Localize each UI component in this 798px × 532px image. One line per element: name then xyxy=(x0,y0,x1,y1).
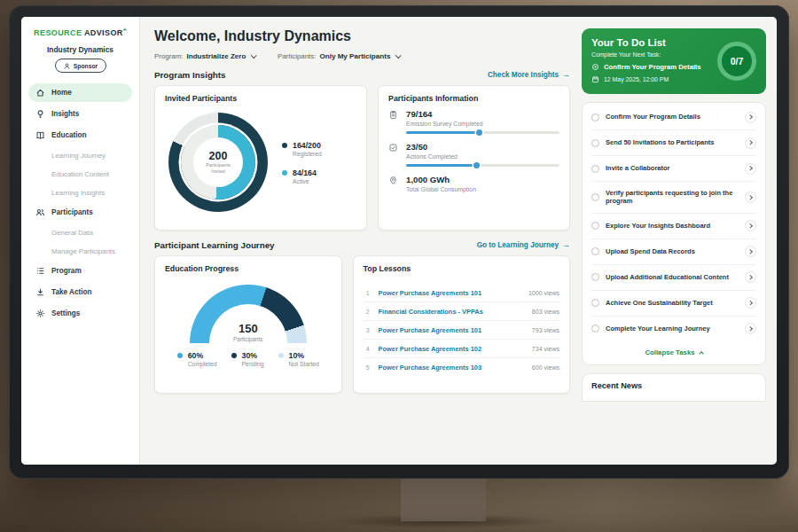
sidebar-item-general-data[interactable]: General Data xyxy=(28,224,132,241)
lesson-row: 1 Power Purchase Agreements 101 1000 vie… xyxy=(364,284,559,302)
stat-label: Total Global Consumption xyxy=(406,186,559,192)
lesson-views: 734 views xyxy=(532,346,559,352)
sponsor-badge-label: Sponsor xyxy=(74,63,98,69)
chevron-right-icon[interactable] xyxy=(745,220,756,231)
task-item[interactable]: Complete Your Learning Journey xyxy=(591,317,756,341)
sidebar-item-education-content[interactable]: Education Content xyxy=(28,166,132,183)
lesson-link[interactable]: Power Purchase Agreements 103 xyxy=(379,364,526,372)
lesson-row: 3 Power Purchase Agreements 101 793 view… xyxy=(364,321,559,340)
todo-datetime-label: 12 May 2025, 12:00 PM xyxy=(604,76,669,82)
task-checkbox[interactable] xyxy=(591,273,599,281)
lesson-link[interactable]: Power Purchase Agreements 101 xyxy=(379,326,526,334)
participants-filter[interactable]: Participants: Only My Participants xyxy=(278,52,401,60)
arrow-right-icon: → xyxy=(562,71,570,79)
recent-news-header[interactable]: Recent News xyxy=(582,373,766,402)
chevron-right-icon[interactable] xyxy=(745,271,756,283)
education-gauge-chart: 150 Participants xyxy=(190,285,307,343)
task-checkbox[interactable] xyxy=(591,113,599,121)
book-icon xyxy=(35,130,45,140)
main-column: Welcome, Industry Dynamics Program: Indu… xyxy=(140,17,582,465)
legend-label: Pending xyxy=(242,361,264,367)
filter-bar: Program: Industrialize Zero Participants… xyxy=(154,52,570,60)
sponsor-badge[interactable]: Sponsor xyxy=(55,59,106,73)
task-label: Send 50 Invitations to Participants xyxy=(606,138,739,147)
learning-cards-row: Education Progress 150 Participants xyxy=(154,255,570,394)
participants-filter-label: Participants: xyxy=(278,52,316,60)
sidebar-item-manage-participants[interactable]: Manage Participants xyxy=(28,243,132,260)
logo-plus: + xyxy=(123,27,127,33)
gauge-legend: 60% Completed 30% Pending xyxy=(165,351,332,367)
chevron-right-icon[interactable] xyxy=(745,192,756,203)
legend-value: 30% xyxy=(242,351,258,360)
monitor-bezel: RESOURCE ADVISOR+ Industry Dynamics Spon… xyxy=(9,5,789,479)
sidebar-item-label: Learning Journey xyxy=(51,152,106,160)
sidebar-item-learning-journey[interactable]: Learning Journey xyxy=(28,147,132,164)
chevron-right-icon[interactable] xyxy=(745,297,756,309)
progress-fill xyxy=(406,164,477,168)
sidebar-item-participants[interactable]: Participants xyxy=(28,203,132,222)
task-item[interactable]: Upload Additional Educational Content xyxy=(591,265,756,291)
stat-label: Actions Completed xyxy=(406,153,559,160)
sidebar-item-program[interactable]: Program xyxy=(28,262,132,280)
invited-chart-body: 200 Participants Invited 164/200 xyxy=(165,109,356,212)
go-to-learning-journey-link[interactable]: Go to Learning Journey → xyxy=(477,241,570,249)
todo-progress-ring: 0/7 xyxy=(717,42,756,81)
sidebar-item-home[interactable]: Home xyxy=(28,83,132,102)
chevron-down-icon xyxy=(396,52,402,58)
app-logo: RESOURCE ADVISOR+ xyxy=(28,27,132,37)
task-label: Complete Your Learning Journey xyxy=(606,325,739,333)
task-checkbox[interactable] xyxy=(591,165,599,173)
lesson-row: 2 Financial Considerations - VPPAs 803 v… xyxy=(364,302,559,321)
sidebar-item-take-action[interactable]: Take Action xyxy=(28,283,132,301)
chevron-right-icon[interactable] xyxy=(745,112,756,123)
invited-participants-card: Invited Participants 200 Participants In… xyxy=(154,85,367,231)
task-item[interactable]: Send 50 Invitations to Participants xyxy=(591,130,756,156)
sidebar-item-label: Education Content xyxy=(51,170,109,178)
task-checkbox[interactable] xyxy=(591,222,599,230)
download-arrow-icon xyxy=(35,287,45,297)
chevron-right-icon[interactable] xyxy=(745,323,756,334)
people-icon xyxy=(35,207,45,217)
task-checkbox[interactable] xyxy=(591,247,599,255)
stat-emission-survey: 79/164 Emission Survey Completed xyxy=(388,109,559,134)
task-item[interactable]: Verify participants requesting to join t… xyxy=(591,182,756,214)
sidebar-item-learning-insights[interactable]: Learning Insights xyxy=(28,184,132,201)
lesson-link[interactable]: Power Purchase Agreements 101 xyxy=(379,289,522,297)
lesson-rank: 2 xyxy=(364,309,372,315)
task-item[interactable]: Invite a Collaborator xyxy=(591,156,756,182)
task-checkbox[interactable] xyxy=(591,325,599,332)
target-icon xyxy=(591,63,599,71)
task-item[interactable]: Upload Spend Data Records xyxy=(591,239,756,265)
lesson-rank: 5 xyxy=(364,364,372,371)
task-checkbox[interactable] xyxy=(591,139,599,147)
task-checkbox[interactable] xyxy=(591,193,599,201)
task-item[interactable]: Confirm Your Program Details xyxy=(591,105,756,130)
home-icon xyxy=(35,88,45,98)
chevron-right-icon[interactable] xyxy=(745,137,756,149)
sidebar-item-insights[interactable]: Insights xyxy=(28,105,132,123)
card-title: Invited Participants xyxy=(165,94,356,103)
check-more-insights-link[interactable]: Check More Insights → xyxy=(488,71,570,79)
chevron-right-icon[interactable] xyxy=(745,163,756,175)
sidebar-item-settings[interactable]: Settings xyxy=(28,304,132,323)
check-square-icon xyxy=(388,142,399,167)
task-checkbox[interactable] xyxy=(591,299,599,307)
lesson-link[interactable]: Financial Considerations - VPPAs xyxy=(379,308,526,316)
sidebar-item-education[interactable]: Education xyxy=(28,126,132,145)
collapse-tasks-link[interactable]: Collapse Tasks xyxy=(591,341,756,364)
task-item[interactable]: Achieve One Sustainability Target xyxy=(591,291,756,317)
list-icon xyxy=(35,266,45,276)
link-label: Go to Learning Journey xyxy=(477,241,559,249)
task-item[interactable]: Explore Your Insights Dashboard xyxy=(591,214,756,239)
task-label: Upload Additional Educational Content xyxy=(606,273,739,282)
program-filter-label: Program: xyxy=(154,52,183,60)
learning-journey-header: Participant Learning Journey Go to Learn… xyxy=(154,240,570,250)
arrow-right-icon: → xyxy=(562,241,570,249)
legend-item-not-started: 10% Not Started xyxy=(278,351,319,367)
todo-panel: Your To Do List Complete Your Next Task:… xyxy=(582,17,777,465)
chevron-right-icon[interactable] xyxy=(745,246,756,257)
progress-track xyxy=(406,131,559,135)
lesson-link[interactable]: Power Purchase Agreements 102 xyxy=(379,345,526,353)
lesson-rank: 1 xyxy=(364,290,372,296)
program-filter[interactable]: Program: Industrialize Zero xyxy=(154,52,256,60)
